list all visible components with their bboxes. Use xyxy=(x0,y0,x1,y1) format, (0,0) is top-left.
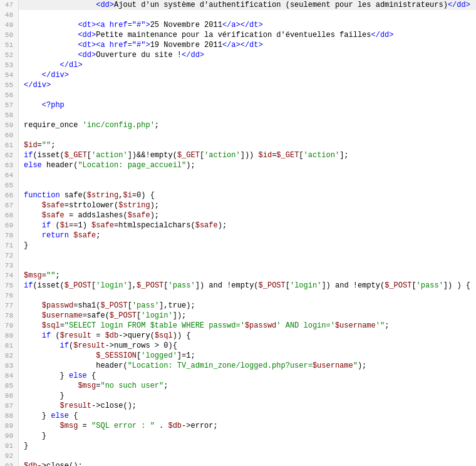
line-number: 52 xyxy=(0,50,19,60)
code-line: 91} xyxy=(0,441,476,451)
line-number: 84 xyxy=(0,371,19,381)
line-content: if(isset($_GET['action'])&&!empty($_GET[… xyxy=(24,150,476,160)
line-number: 62 xyxy=(0,150,19,160)
line-content: $msg = "SQL error : " . $db->error; xyxy=(24,421,476,431)
line-content: } xyxy=(24,241,476,251)
line-content: $msg="no such user"; xyxy=(24,381,476,391)
code-line: 72 xyxy=(0,251,476,261)
line-content: </div> xyxy=(24,80,476,90)
code-line: 82 $_SESSION['logged']=1; xyxy=(0,351,476,361)
line-content: $db->close(); xyxy=(24,461,476,466)
line-number: 61 xyxy=(0,140,19,150)
code-line: 53 </dl> xyxy=(0,60,476,70)
code-line: 80 if ($result = $db->query($sql)) { xyxy=(0,331,476,341)
code-line: 52 <dd>Ouverture du site !</dd> xyxy=(0,50,476,60)
code-line: 65 xyxy=(0,180,476,190)
line-number: 81 xyxy=(0,341,19,351)
line-content: <dt><a href="#">19 Novembre 2011</a></dt… xyxy=(24,40,476,50)
code-line: 64 xyxy=(0,170,476,180)
line-number: 92 xyxy=(0,451,19,461)
line-content: $sql="SELECT login FROM $table WHERE pas… xyxy=(24,321,476,331)
line-content: $safe = addslashes($safe); xyxy=(24,210,476,220)
code-line: 90 } xyxy=(0,431,476,441)
code-line: 49 <dt><a href="#">25 Novembre 2011</a><… xyxy=(0,20,476,30)
code-line: 92 xyxy=(0,451,476,461)
line-number: 53 xyxy=(0,60,19,70)
line-number: 60 xyxy=(0,130,19,140)
line-content: function safe($string,$i=0) { xyxy=(24,190,476,200)
line-content: } else { xyxy=(24,411,476,421)
code-line: 71} xyxy=(0,241,476,251)
code-line: 69 if ($i==1) $safe=htmlspecialchars($sa… xyxy=(0,220,476,230)
line-number: 51 xyxy=(0,40,19,50)
code-line: 89 $msg = "SQL error : " . $db->error; xyxy=(0,421,476,431)
line-number: 48 xyxy=(0,10,19,20)
line-number: 67 xyxy=(0,200,19,210)
code-line: 74$msg=""; xyxy=(0,271,476,281)
code-editor: 47 <dd>Ajout d'un système d'authentifica… xyxy=(0,0,476,466)
line-content: </div> xyxy=(24,70,476,80)
code-line: 84 } else { xyxy=(0,371,476,381)
line-number: 50 xyxy=(0,30,19,40)
line-content: <dd>Petite maintenance pour la vérificat… xyxy=(24,30,476,40)
line-number: 80 xyxy=(0,331,19,341)
line-number: 83 xyxy=(0,361,19,371)
line-content: $_SESSION['logged']=1; xyxy=(24,351,476,361)
code-line: 75if(isset($_POST['login'],$_POST['pass'… xyxy=(0,281,476,291)
code-line: 56 xyxy=(0,90,476,100)
line-number: 55 xyxy=(0,80,19,90)
code-line: 57 <?php xyxy=(0,100,476,110)
line-content: } xyxy=(24,431,476,441)
line-number: 69 xyxy=(0,220,19,230)
line-number: 63 xyxy=(0,160,19,170)
line-number: 91 xyxy=(0,441,19,451)
line-number: 58 xyxy=(0,110,19,120)
line-content: $result->close(); xyxy=(24,401,476,411)
line-content: } xyxy=(24,441,476,451)
code-line: 87 $result->close(); xyxy=(0,401,476,411)
line-number: 89 xyxy=(0,421,19,431)
line-number: 74 xyxy=(0,271,19,281)
code-line: 85 $msg="no such user"; xyxy=(0,381,476,391)
line-number: 65 xyxy=(0,180,19,190)
code-line: 81 if($result->num_rows > 0){ xyxy=(0,341,476,351)
code-line: 47 <dd>Ajout d'un système d'authentifica… xyxy=(0,0,476,10)
line-number: 90 xyxy=(0,431,19,441)
line-content: if ($result = $db->query($sql)) { xyxy=(24,331,476,341)
line-content: $id=""; xyxy=(24,140,476,150)
line-number: 87 xyxy=(0,401,19,411)
line-content: } xyxy=(24,391,476,401)
line-content: <?php xyxy=(24,100,476,110)
line-number: 72 xyxy=(0,251,19,261)
code-line: 51 <dt><a href="#">19 Novembre 2011</a><… xyxy=(0,40,476,50)
line-number: 77 xyxy=(0,301,19,311)
code-line: 79 $sql="SELECT login FROM $table WHERE … xyxy=(0,321,476,331)
line-number: 85 xyxy=(0,381,19,391)
code-line: 93$db->close(); xyxy=(0,461,476,466)
code-line: 58 xyxy=(0,110,476,120)
line-number: 73 xyxy=(0,261,19,271)
line-content: else header("Location: page_accueil"); xyxy=(24,160,476,170)
line-content: $passwd=sha1($_POST['pass'],true); xyxy=(24,301,476,311)
code-line: 62if(isset($_GET['action'])&&!empty($_GE… xyxy=(0,150,476,160)
code-line: 88 } else { xyxy=(0,411,476,421)
line-content: $username=safe($_POST['login']); xyxy=(24,311,476,321)
line-content: $msg=""; xyxy=(24,271,476,281)
line-number: 68 xyxy=(0,210,19,220)
line-content: </dl> xyxy=(24,60,476,70)
line-number: 88 xyxy=(0,411,19,421)
line-content: <dd>Ajout d'un système d'authentificatio… xyxy=(24,0,476,10)
code-line: 68 $safe = addslashes($safe); xyxy=(0,210,476,220)
code-line: 77 $passwd=sha1($_POST['pass'],true); xyxy=(0,301,476,311)
line-number: 56 xyxy=(0,90,19,100)
code-line: 70 return $safe; xyxy=(0,230,476,241)
code-line: 67 $safe=strtolower($string); xyxy=(0,200,476,210)
line-content: header("Location: TV_admin_zone/logged.p… xyxy=(24,361,476,371)
line-number: 75 xyxy=(0,281,19,291)
code-line: 61$id=""; xyxy=(0,140,476,150)
line-content: <dd>Ouverture du site !</dd> xyxy=(24,50,476,60)
line-number: 49 xyxy=(0,20,19,30)
line-number: 71 xyxy=(0,241,19,251)
line-content: return $safe; xyxy=(24,230,476,241)
code-line: 48 xyxy=(0,10,476,20)
